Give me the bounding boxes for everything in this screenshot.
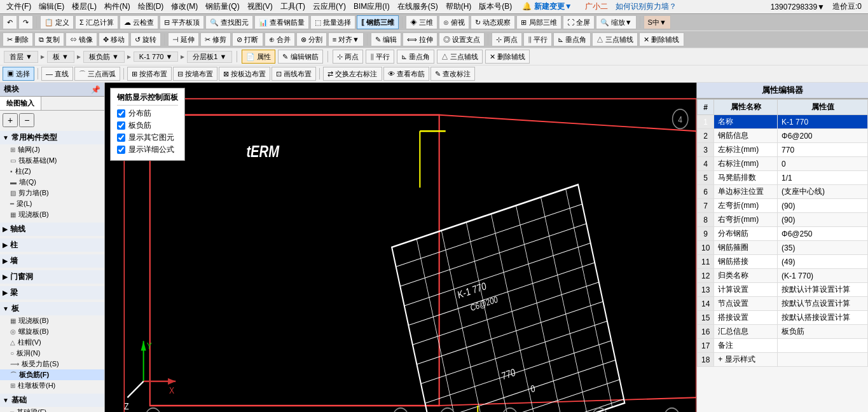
btn-trim[interactable]: ✂ 修剪 (200, 32, 231, 46)
menu-tools[interactable]: 工具(T) (277, 1, 309, 12)
btn-sum[interactable]: Σ 汇总计算 (75, 15, 118, 29)
canvas-area[interactable]: 钢筋显示控制面板 分布筋 板负筋 显示其它图元 显示详细公式 (105, 83, 696, 412)
item-wall[interactable]: ▬墙(Q) (0, 177, 104, 188)
btn-stretch[interactable]: ⟺ 拉伸 (403, 32, 437, 46)
bc-layer[interactable]: 分层板1 ▼ (187, 51, 232, 63)
btn-property[interactable]: 📄 属性 (242, 50, 275, 64)
btn-fullscreen[interactable]: ⛶ 全屏 (563, 15, 595, 29)
tab-draw-input[interactable]: 绘图输入 (0, 97, 41, 110)
prop-val-4[interactable]: 1/1 (778, 171, 868, 185)
prop-val-10[interactable]: (49) (778, 255, 868, 269)
btn-delaux-bc[interactable]: ✕ 删除辅线 (485, 50, 530, 64)
cat-wall[interactable]: ▶ 墙 (0, 254, 104, 268)
bc-item[interactable]: K-1 770 ▼ (134, 52, 178, 62)
cat-common[interactable]: ▼ 常用构件类型 (0, 131, 104, 144)
item-castslab[interactable]: ▦现浇板(B) (0, 209, 104, 220)
btn-split[interactable]: ⊗ 分割 (296, 32, 327, 46)
btn-remove-type[interactable]: − (19, 113, 34, 127)
cat-found[interactable]: ▼ 基础 (0, 394, 104, 407)
btn-find[interactable]: 🔍 查找图元 (205, 15, 253, 29)
btn-cloud-check[interactable]: ☁ 云检查 (120, 15, 158, 29)
btn-place-search[interactable]: ⊞ 按搭布置 (127, 67, 172, 81)
canvas-svg[interactable]: K-1 770 C6@200 770 0 Y X Z D (105, 83, 696, 412)
prop-val-7[interactable]: (90) (778, 213, 868, 227)
btn-break[interactable]: ⊘ 打断 (232, 32, 263, 46)
btn-topview[interactable]: ⊙ 俯视 (439, 15, 469, 29)
btn-extend[interactable]: ⊣ 延伸 (168, 32, 199, 46)
cat-slab[interactable]: ▼ 板 (0, 302, 104, 315)
bc-type[interactable]: 板 ▼ (47, 51, 74, 63)
bc-subtype[interactable]: 板负筋 ▼ (83, 51, 125, 63)
btn-local3d[interactable]: ⊞ 局部三维 (516, 15, 561, 29)
btn-perpbc[interactable]: ⊾ 垂点角 (397, 50, 434, 64)
item-slabhole[interactable]: ○板洞(N) (0, 348, 104, 359)
cat-col[interactable]: ▶ 柱 (0, 238, 104, 252)
btn-place-wall[interactable]: ⊟ 按墙布置 (173, 67, 217, 81)
btn-edit[interactable]: ✎ 编辑 (371, 32, 401, 46)
btn-rotate[interactable]: ↺ 旋转 (130, 32, 161, 46)
check-negbar[interactable] (117, 121, 125, 130)
check-formula[interactable] (117, 146, 125, 154)
btn-threepoint[interactable]: △ 三点辅线 (592, 32, 638, 46)
cat-beam[interactable]: ▶ 梁 (0, 286, 104, 299)
menu-modify[interactable]: 修改(M) (167, 1, 202, 12)
cat-door[interactable]: ▶ 门窗洞 (0, 270, 104, 284)
item-slabnegatebar[interactable]: ⌒板负筋(F) (0, 369, 104, 380)
menu-help[interactable]: 帮助(H) (442, 1, 476, 12)
prop-val-3[interactable]: 0 (778, 157, 868, 171)
btn-zoom[interactable]: 🔍 缩放▼ (596, 15, 637, 29)
btn-setpoint[interactable]: ◎ 设置支点 (439, 32, 485, 46)
item-foundbeam[interactable]: ━基础梁(F) (0, 407, 104, 412)
menu-draw[interactable]: 绘图(D) (134, 1, 168, 12)
btn-flatten[interactable]: ⊟ 平齐板顶 (160, 15, 204, 29)
prop-val-5[interactable]: (支座中心线) (778, 185, 868, 199)
item-colcap[interactable]: △柱帽(V) (0, 337, 104, 348)
cb-others[interactable]: 显示其它图元 (117, 132, 178, 143)
item-shearwall[interactable]: ▨剪力墙(B) (0, 188, 104, 198)
menu-edit[interactable]: 编辑(E) (35, 1, 68, 12)
btn-arc[interactable]: ⌒ 三点画弧 (74, 67, 120, 81)
btn-3d[interactable]: ◈ 三维 (406, 15, 437, 29)
btn-undo[interactable]: ↶ (3, 15, 17, 29)
btn-edit-rebar[interactable]: ✎ 编辑钢筋 (278, 50, 322, 64)
cb-formula[interactable]: 显示详细公式 (117, 144, 178, 155)
btn-twopoint[interactable]: ⊹ 两点 (492, 32, 522, 46)
btn-dynamic[interactable]: ↻ 动态观察 (471, 15, 515, 29)
item-rebarforce[interactable]: ⟿板受力筋(S) (0, 359, 104, 369)
menu-version[interactable]: 版本号(B) (475, 1, 516, 12)
prop-val-11[interactable]: (K-1 770) (778, 269, 868, 283)
btn-place-line[interactable]: ⊡ 画线布置 (272, 67, 316, 81)
btn-view-rebar2[interactable]: 👁 查看布筋 (383, 67, 429, 81)
menu-bim[interactable]: BIM应用(I) (350, 1, 394, 12)
prop-val-1[interactable]: Φ6@200 (778, 129, 868, 143)
btn-edit-mark[interactable]: ✎ 查改标注 (431, 67, 475, 81)
btn-merge[interactable]: ⊕ 合并 (265, 32, 295, 46)
menu-online[interactable]: 在线服务(S) (394, 1, 442, 12)
btn-batch[interactable]: ⬚ 批量选择 (310, 15, 355, 29)
btn-rebar3d[interactable]: ⟦ 钢筋三维 (357, 15, 399, 29)
check-distribute[interactable] (117, 109, 125, 118)
btn-view-rebar[interactable]: 📊 查看钢筋量 (254, 15, 309, 29)
menu-component[interactable]: 构件(N) (100, 1, 134, 12)
menu-guangxiaoer[interactable]: 广小二 (581, 1, 612, 12)
btn-threepoints-bc[interactable]: △ 三点辅线 (437, 50, 483, 64)
prop-val-2[interactable]: 770 (778, 143, 868, 157)
btn-mirror[interactable]: ⇔ 镜像 (65, 32, 97, 46)
btn-line[interactable]: — 直线 (41, 67, 73, 81)
menu-cloud[interactable]: 云应用(Y) (309, 1, 350, 12)
prop-val-6[interactable]: (90) (778, 199, 868, 213)
item-raftfound[interactable]: ▭筏板基础(M) (0, 155, 104, 166)
menu-floor[interactable]: 楼层(L) (68, 1, 100, 12)
btn-redo[interactable]: ↷ (18, 15, 33, 29)
btn-align[interactable]: ≡ 对齐▼ (328, 32, 364, 46)
btn-twopoints-bc[interactable]: ⊹ 两点 (333, 50, 363, 64)
cat-axis[interactable]: ▶ 轴线 (0, 223, 104, 236)
cb-negbar[interactable]: 板负筋 (117, 120, 178, 131)
menu-file[interactable]: 文件(F) (3, 1, 35, 12)
prop-val-9[interactable]: (35) (778, 241, 868, 255)
btn-swap-mark[interactable]: ⇄ 交换左右标注 (323, 67, 382, 81)
item-col[interactable]: ▪柱(Z) (0, 166, 104, 177)
menu-rebar[interactable]: 钢筋量(Q) (202, 1, 243, 12)
btn-define[interactable]: 📋 定义 (40, 15, 74, 29)
item-beam[interactable]: ━梁(L) (0, 198, 104, 209)
